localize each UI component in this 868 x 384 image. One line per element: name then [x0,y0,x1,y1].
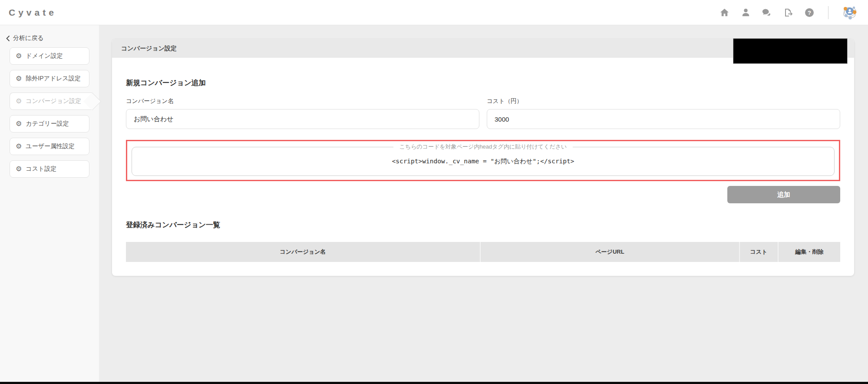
cost-input[interactable] [487,109,840,129]
export-icon[interactable] [783,7,793,18]
back-to-analysis-link[interactable]: 分析に戻る [6,34,99,42]
column-header-page-url: ページURL [480,242,739,262]
sidebar-item-label: 除外IPアドレス設定 [26,75,81,83]
code-snippet-text: <script>window._cv_name = "お問い合わせ";</scr… [132,157,834,166]
add-button-row: 追加 [126,186,840,203]
new-conversion-heading: 新規コンバージョン追加 [126,78,840,88]
sidebar-item-cost-settings[interactable]: ⚙ コスト設定 [10,160,89,178]
registered-conversions-table: コンバージョン名 ページURL コスト 編集・削除 [126,242,840,262]
svg-text:?: ? [808,9,811,16]
conversion-name-field-group: コンバージョン名 [126,88,479,129]
chevron-left-icon [6,35,10,42]
new-conversion-fields: コンバージョン名 コスト（円） [126,88,840,129]
card-title: コンバージョン設定 [121,45,177,53]
conversion-name-label: コンバージョン名 [126,97,479,105]
sidebar-item-label: コンバージョン設定 [26,97,81,105]
topbar-divider [828,6,828,19]
back-link-label: 分析に戻る [13,34,44,42]
home-icon[interactable] [719,7,729,18]
redacted-account-info [733,38,848,64]
cost-label: コスト（円） [487,97,840,105]
conversion-name-input[interactable] [126,109,479,129]
help-icon[interactable]: ? [804,7,815,18]
table-header-row: コンバージョン名 ページURL コスト 編集・削除 [126,242,840,262]
gear-icon: ⚙ [16,75,22,82]
column-header-conversion-name: コンバージョン名 [126,242,480,262]
sidebar-item-excluded-ip-settings[interactable]: ⚙ 除外IPアドレス設定 [10,70,89,87]
sidebar-item-label: カテゴリー設定 [26,120,69,128]
gear-icon: ⚙ [16,53,22,60]
code-snippet-instruction: こちらのコードを対象ページ内headタグ内に貼り付けてください [393,143,573,151]
brand-logo: Cyvate [9,7,57,18]
sidebar-item-label: ユーザー属性設定 [26,142,75,150]
sidebar-item-user-attribute-settings[interactable]: ⚙ ユーザー属性設定 [10,138,89,155]
topbar: Cyvate ? [0,0,868,25]
column-header-cost: コスト [739,242,778,262]
gear-icon: ⚙ [16,166,22,172]
gear-icon: ⚙ [16,120,22,127]
sidebar-item-category-settings[interactable]: ⚙ カテゴリー設定 [10,115,89,132]
registered-list-heading: 登録済みコンバージョン一覧 [126,220,840,230]
sidebar-item-domain-settings[interactable]: ⚙ ドメイン設定 [10,47,89,65]
add-button[interactable]: 追加 [727,186,840,203]
cost-field-group: コスト（円） [487,88,840,129]
chat-icon[interactable] [762,7,772,18]
gear-icon: ⚙ [16,98,22,105]
bottom-edge-bar [0,382,868,384]
settings-sidebar: 分析に戻る ⚙ ドメイン設定 ⚙ 除外IPアドレス設定 ⚙ コンバージョン設定 … [0,25,99,382]
topbar-actions: ? [719,5,858,20]
user-icon[interactable] [740,7,751,18]
code-snippet-alert: こちらのコードを対象ページ内headタグ内に貼り付けてください <script>… [126,140,840,181]
code-snippet-box: こちらのコードを対象ページ内headタグ内に貼り付けてください <script>… [132,143,835,176]
card-body: 新規コンバージョン追加 コンバージョン名 コスト（円） こちらのコードを対象ペー… [112,78,854,262]
gear-icon: ⚙ [16,143,22,150]
column-header-edit-delete: 編集・削除 [778,242,840,262]
sidebar-item-conversion-settings[interactable]: ⚙ コンバージョン設定 [10,93,92,110]
sidebar-item-label: コスト設定 [26,165,56,173]
brand-network-icon[interactable] [842,5,858,20]
conversion-settings-card: コンバージョン設定 新規コンバージョン追加 コンバージョン名 コスト（円） こち… [112,39,854,276]
sidebar-item-label: ドメイン設定 [26,52,63,60]
